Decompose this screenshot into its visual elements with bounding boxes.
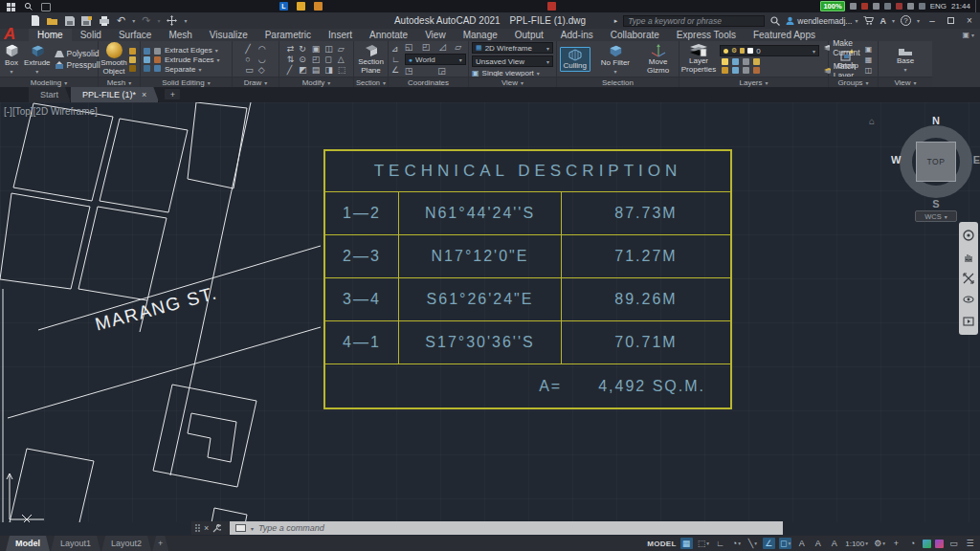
ucs-tool-icon[interactable]: ◿	[439, 43, 450, 52]
open-folder-icon[interactable]	[47, 16, 58, 26]
modify-panel-label[interactable]: Modify▾	[279, 77, 353, 87]
caret-icon[interactable]: ▾	[865, 540, 868, 546]
customization-menu[interactable]: ☰	[964, 538, 976, 549]
wcs-menu[interactable]: WCS ▾	[915, 210, 957, 222]
viewcube-top-face[interactable]: TOP	[916, 142, 956, 182]
tab-home[interactable]: Home	[29, 29, 72, 41]
tray-icon[interactable]	[850, 3, 857, 10]
autocad-logo[interactable]: A	[4, 26, 15, 42]
polysolid-button[interactable]: Polysolid	[55, 49, 100, 58]
extrude-faces-button[interactable]: Extrude Faces▾	[165, 55, 220, 64]
no-filter-button[interactable]: No Filter ▾	[598, 43, 634, 75]
modify-tool-icon[interactable]: ▱	[338, 45, 346, 54]
smooth-object-button[interactable]: Smooth Object	[101, 42, 126, 77]
viewcube-home-icon[interactable]: ⌂	[869, 116, 875, 126]
viewcube-east[interactable]: E	[973, 154, 980, 165]
ucs-tool-icon[interactable]: ◱	[405, 43, 417, 52]
viewcube-north[interactable]: N	[890, 115, 980, 126]
model-tab[interactable]: Model	[6, 536, 50, 551]
layer-combo[interactable]: ⚙ 0 ▾	[720, 45, 819, 56]
modify-tool-icon[interactable]: ◨	[324, 66, 333, 75]
separate-button[interactable]: Separate▾	[165, 65, 220, 74]
extract-edges-button[interactable]: Extract Edges▾	[165, 46, 220, 55]
tab-manage[interactable]: Manage	[455, 29, 506, 41]
taskbar-app-icon[interactable]	[314, 2, 323, 11]
layer-isolate-icon[interactable]	[732, 58, 739, 65]
layer-unisolate-icon[interactable]	[722, 67, 728, 74]
modify-tool-icon[interactable]: ◫	[324, 45, 333, 54]
caret-icon[interactable]: ▾	[754, 540, 757, 546]
intersect-icon[interactable]	[144, 65, 150, 72]
layer-freeze-icon[interactable]	[743, 58, 749, 65]
battery-indicator[interactable]: 100%	[820, 1, 844, 11]
named-view-combo[interactable]: Unsaved View ▾	[472, 55, 553, 67]
modify-tool-icon[interactable]: ◻	[324, 55, 333, 64]
annotation-monitor-toggle[interactable]: +	[890, 538, 902, 549]
ucs-tool-icon[interactable]: ▱	[455, 43, 465, 52]
layer-thaw-icon[interactable]	[732, 67, 739, 74]
file-tab-document[interactable]: PPL-FILE (1)* ×	[71, 87, 159, 102]
thicken-icon[interactable]	[154, 56, 161, 63]
section-plane-button[interactable]: Section Plane	[357, 44, 385, 76]
language-indicator[interactable]: ENG	[930, 2, 947, 11]
help-icon[interactable]: ?	[901, 15, 911, 26]
subtract-icon[interactable]	[144, 56, 150, 63]
search-collapse-icon[interactable]: ▸	[614, 17, 618, 25]
command-line[interactable]: × ▾ Type a command	[191, 521, 783, 535]
osnap-icon[interactable]: ◻	[780, 539, 787, 548]
caret-icon[interactable]: ▾	[788, 540, 791, 546]
volume-icon[interactable]	[907, 3, 914, 10]
modeling-panel-label[interactable]: Modeling▾	[0, 77, 98, 87]
snap-icon[interactable]: ⬚	[698, 539, 706, 548]
autodesk-account-icon[interactable]: A	[880, 16, 886, 26]
undo-icon[interactable]: ↶	[117, 15, 125, 26]
restore-button[interactable]	[947, 17, 954, 24]
box-button[interactable]: Box ▾	[3, 43, 20, 75]
command-line-grip[interactable]: ×	[191, 521, 230, 535]
modify-tool-icon[interactable]: ▣	[312, 45, 321, 54]
save-icon[interactable]	[65, 16, 75, 26]
view-panel-label[interactable]: View▾	[469, 77, 556, 87]
layer-off-icon[interactable]	[722, 58, 728, 65]
tab-annotate[interactable]: Annotate	[361, 29, 416, 41]
tray-icon[interactable]	[861, 3, 868, 10]
recent-commands-icon[interactable]	[235, 524, 246, 532]
graphics-performance-icon[interactable]	[923, 540, 931, 548]
draw-panel-label[interactable]: Draw▾	[233, 77, 278, 87]
modify-tool-icon[interactable]: ⊙	[299, 55, 307, 64]
layout1-tab[interactable]: Layout1	[51, 536, 100, 551]
new-layout-button[interactable]: +	[152, 536, 168, 551]
ucs-tool-icon[interactable]: ∠	[391, 66, 400, 75]
viewcube-west[interactable]: W	[891, 154, 901, 165]
search-icon[interactable]	[770, 16, 780, 26]
file-tab-start[interactable]: Start	[29, 87, 71, 102]
viewport-controls-label[interactable]: [-][Top][2D Wireframe]	[4, 106, 98, 117]
extrude-button[interactable]: Extrude ▾	[24, 43, 51, 75]
ucs-tool-icon[interactable]: ◰	[422, 43, 434, 52]
draw-tool-icon[interactable]: ◇	[258, 66, 266, 75]
draw-tool-icon[interactable]: ○	[245, 55, 254, 64]
tab-insert[interactable]: Insert	[320, 29, 361, 41]
tab-parametric[interactable]: Parametric	[256, 29, 320, 41]
tab-visualize[interactable]: Visualize	[201, 29, 256, 41]
showmotion-icon[interactable]	[963, 316, 974, 327]
zoom-icon[interactable]	[963, 273, 974, 284]
modify-tool-icon[interactable]: ⇅	[287, 55, 295, 64]
layer-unlock-icon[interactable]	[743, 67, 749, 74]
modify-tool-icon[interactable]: ⬚	[338, 66, 346, 75]
gear-icon[interactable]: ⚙	[874, 539, 881, 548]
tray-icon[interactable]	[873, 3, 880, 10]
help-caret-icon[interactable]: ▾	[917, 17, 920, 24]
modify-tool-icon[interactable]: ⇄	[287, 45, 295, 54]
tab-featured-apps[interactable]: Featured Apps	[745, 29, 824, 41]
mesh-panel-label[interactable]: Mesh▾	[99, 77, 140, 87]
show-desktop-button[interactable]	[975, 0, 978, 12]
group-tool-icon[interactable]: ◫	[865, 66, 873, 75]
ucs-tool-icon[interactable]: ◳	[405, 67, 434, 76]
solid-editing-panel-label[interactable]: Solid Editing▾	[141, 77, 232, 87]
presspull-button[interactable]: Presspull	[55, 60, 100, 70]
draw-tool-icon[interactable]: ◠	[258, 45, 266, 54]
plot-icon[interactable]	[99, 16, 110, 26]
tab-view[interactable]: View	[416, 29, 455, 41]
annotation-scale-icon[interactable]: A	[828, 538, 840, 549]
